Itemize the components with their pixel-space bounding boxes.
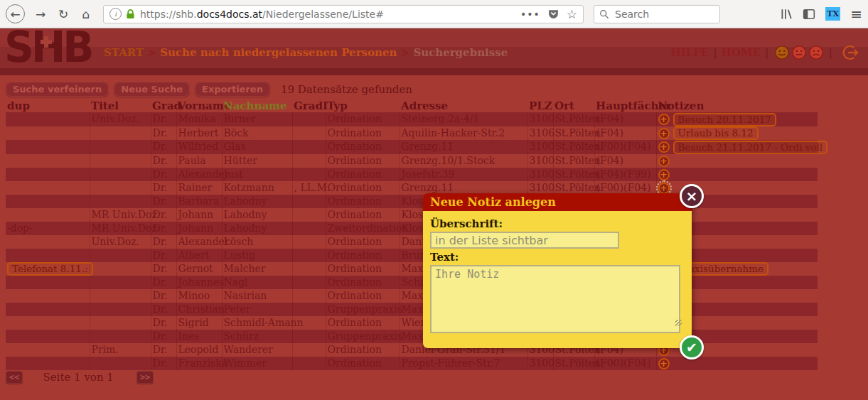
- cell-titel: [90, 140, 151, 154]
- note-badge[interactable]: Besuch 21.11.2017 - Ordi voll: [673, 141, 828, 154]
- cell-adresse: Grenzg.11: [400, 181, 527, 195]
- cell-dup: Telefonat 8.11.:: [6, 262, 90, 276]
- cell-dup: [6, 289, 90, 303]
- tx-extension-icon[interactable]: TX: [825, 7, 840, 21]
- cell-typ: Ordination: [326, 208, 400, 222]
- cell-dup: [6, 357, 90, 370]
- cell-nachname: Lahodny: [222, 195, 292, 208]
- cell-titel: [90, 126, 151, 141]
- cell-notizen: +: [656, 168, 818, 181]
- cell-grad: Dr.: [151, 195, 176, 208]
- page-actions-icon[interactable]: •••: [520, 9, 540, 20]
- bookmark-star-icon[interactable]: ☆: [567, 7, 577, 21]
- add-note-icon[interactable]: +: [658, 358, 670, 369]
- hilfe-link[interactable]: HILFE: [670, 46, 709, 59]
- table-row: Dr.AlbertLustigOrdinationBrunn+: [6, 249, 818, 262]
- cell-ort: St.Pölten: [553, 168, 594, 181]
- cell-notizen: +: [656, 154, 818, 168]
- cell-grad: Dr.: [151, 303, 176, 316]
- add-note-icon[interactable]: +: [658, 128, 670, 139]
- note-badge[interactable]: Urlaub bis 8.12: [673, 126, 759, 140]
- next-page-button[interactable]: >>: [136, 371, 154, 384]
- sad-smiley-icon[interactable]: [808, 45, 824, 60]
- add-note-icon[interactable]: +: [658, 156, 670, 167]
- cell-vorname: Minoo: [176, 289, 222, 303]
- breadcrumb-start[interactable]: START: [104, 46, 144, 59]
- forward-icon[interactable]: →: [31, 4, 50, 24]
- logout-icon[interactable]: [841, 43, 859, 62]
- pocket-icon[interactable]: [547, 8, 559, 20]
- column-header-vorname[interactable]: Vorname: [176, 99, 222, 112]
- note-badge[interactable]: Telefonat 8.11.:: [7, 262, 93, 276]
- cell-dup: [6, 154, 90, 168]
- nav-separator: |: [829, 46, 832, 59]
- column-header-titel[interactable]: Titel: [90, 99, 151, 112]
- column-header-nachname[interactable]: Nachname: [222, 99, 292, 112]
- table-row: Dr.SigridSchmidl-AmannOrdinationWiene+: [6, 316, 818, 330]
- resize-grip[interactable]: [675, 320, 682, 326]
- add-note-icon[interactable]: +: [658, 141, 670, 153]
- column-header-dup[interactable]: dup: [6, 99, 90, 112]
- confirm-icon[interactable]: ✔: [680, 335, 704, 360]
- menu-icon[interactable]: ≡: [850, 6, 862, 23]
- note-text-input[interactable]: [430, 265, 680, 333]
- cell-vorname: Sigrid: [176, 316, 222, 330]
- search-box[interactable]: [594, 5, 720, 23]
- new-search-button[interactable]: Neue Suche: [114, 82, 190, 97]
- add-note-icon[interactable]: +: [658, 114, 670, 125]
- cell-gradi: [292, 357, 326, 370]
- cell-ort: St.Pölten: [553, 126, 594, 141]
- browser-toolbar: ← → ↻ ⌂ i https://shb.docs4docs.at/Niede…: [0, 0, 868, 28]
- search-input[interactable]: [614, 8, 702, 21]
- cell-vorname: Wilfried: [176, 140, 222, 154]
- cell-vorname: Herbert: [176, 126, 222, 141]
- column-header-typ[interactable]: Typ: [326, 99, 400, 112]
- column-header-grad[interactable]: Grad: [151, 99, 176, 112]
- cell-titel: [90, 168, 151, 181]
- url-bar[interactable]: i https://shb.docs4docs.at/Niedergelasse…: [103, 5, 584, 23]
- page-info-icon[interactable]: i: [109, 8, 122, 20]
- column-header-ort[interactable]: Ort: [553, 99, 594, 112]
- library-icon[interactable]: [780, 8, 793, 21]
- cell-vorname: Barbara: [176, 195, 222, 208]
- column-header-adresse[interactable]: Adresse: [400, 99, 527, 112]
- cell-nachname: Kotzmann: [222, 181, 292, 195]
- application-window: ← → ↻ ⌂ i https://shb.docs4docs.at/Niede…: [0, 0, 868, 400]
- cell-typ: Ordination: [326, 249, 400, 262]
- cell-grad: Dr.: [151, 235, 176, 249]
- cell-nachname: Schmidl-Amann: [222, 316, 292, 330]
- refine-search-button[interactable]: Suche verfeinern: [6, 82, 109, 97]
- cell-typ: Gruppenpraxis: [326, 330, 400, 343]
- column-header-plz[interactable]: PLZ: [527, 99, 553, 112]
- cell-hauptfaecher: (F04): [594, 126, 656, 141]
- home-link[interactable]: HOME: [722, 46, 761, 59]
- cell-grad: Dr.: [151, 330, 176, 343]
- reload-icon[interactable]: ↻: [53, 4, 73, 24]
- prev-page-button[interactable]: <<: [6, 371, 23, 384]
- table-row: Dr.PaulaHütterOrdinationGrenzg.10/1.Stoc…: [6, 154, 818, 168]
- export-button[interactable]: Exportieren: [195, 82, 270, 97]
- cell-typ: Ordination: [326, 276, 400, 289]
- neutral-smiley-icon[interactable]: [791, 45, 807, 60]
- column-header-notizen[interactable]: Notizen: [656, 99, 818, 112]
- sidebar-icon[interactable]: [803, 8, 815, 21]
- add-note-icon[interactable]: +: [658, 169, 670, 180]
- cell-grad: Dr.: [151, 276, 176, 289]
- note-heading-input[interactable]: [430, 232, 619, 249]
- home-icon[interactable]: ⌂: [76, 4, 96, 24]
- breadcrumb-search-link[interactable]: Suche nach niedergelassenen Personen: [160, 46, 397, 59]
- column-header-hauptfächer[interactable]: Hauptfächer: [594, 99, 656, 112]
- cell-notizen: +: [656, 357, 818, 370]
- column-header-gradi[interactable]: GradI: [292, 99, 326, 112]
- text-label: Text:: [430, 251, 685, 264]
- table-row: Telefonat 8.11.:Dr.GernotMalcherOrdinati…: [6, 262, 818, 276]
- cell-plz: 3100: [527, 112, 553, 126]
- add-note-icon[interactable]: +: [658, 183, 670, 194]
- cell-titel: [90, 154, 151, 168]
- back-icon[interactable]: ←: [6, 4, 25, 23]
- table-row: Univ.Doz.Dr.MonikaBirnerOrdinationSteine…: [6, 112, 818, 126]
- note-badge[interactable]: Besuch 20.11.2017: [673, 113, 776, 126]
- cell-grad: Dr.: [151, 316, 176, 330]
- close-icon[interactable]: ×: [680, 184, 704, 208]
- happy-smiley-icon[interactable]: [774, 45, 790, 60]
